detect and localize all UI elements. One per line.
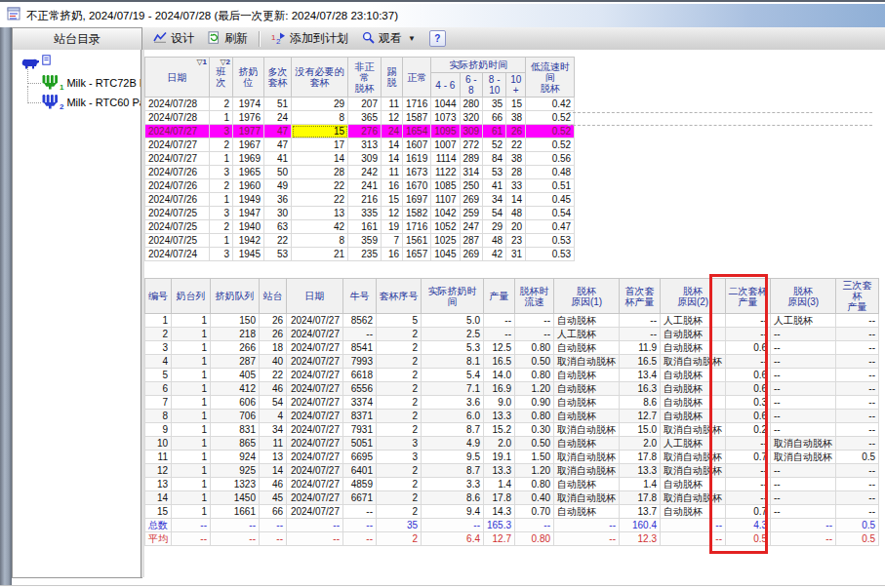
detail-cell[interactable]: 4	[145, 355, 172, 369]
summary-cell[interactable]: 16	[382, 179, 403, 193]
detail-cell[interactable]: 706	[211, 410, 260, 423]
summary-cell[interactable]: 47	[264, 138, 292, 152]
detail-cell[interactable]: --	[771, 369, 836, 382]
column-header[interactable]: 二次套杯 产量	[726, 279, 771, 314]
selected-cell[interactable]: 15	[292, 125, 348, 138]
summary-row[interactable]: 2024/07/27119694114309141619111428984380…	[145, 152, 575, 166]
detail-cell[interactable]: 160.4	[620, 519, 661, 532]
summary-cell[interactable]: 1	[210, 152, 233, 166]
detail-cell[interactable]: 17.8	[620, 451, 661, 464]
detail-cell[interactable]: 8.7	[422, 464, 484, 478]
summary-cell[interactable]: 34	[483, 193, 506, 207]
detail-cell[interactable]: 自动脱杯	[554, 396, 620, 410]
summary-cell[interactable]: 359	[348, 234, 382, 248]
summary-cell[interactable]: 1122	[431, 166, 460, 179]
detail-cell[interactable]: 14	[145, 491, 172, 505]
detail-cell[interactable]: 2	[377, 491, 422, 505]
detail-cell[interactable]: --	[836, 464, 879, 478]
detail-cell[interactable]: 2024/07/27	[287, 355, 343, 369]
summary-cell[interactable]: 22	[292, 193, 348, 207]
detail-cell[interactable]: --	[771, 328, 836, 341]
detail-cell[interactable]: 5	[377, 314, 422, 328]
detail-cell[interactable]: 218	[211, 328, 260, 341]
detail-cell[interactable]: 2.5	[422, 328, 484, 341]
summary-cell[interactable]: 1697	[403, 193, 431, 207]
summary-cell[interactable]: 54	[483, 207, 506, 220]
detail-cell[interactable]: 14.0	[484, 369, 515, 382]
detail-cell[interactable]: --	[554, 519, 620, 532]
summary-cell[interactable]: 1670	[403, 179, 431, 193]
detail-cell[interactable]: 0.80	[515, 532, 554, 546]
detail-cell[interactable]: 0.50	[515, 355, 554, 369]
summary-row[interactable]: 2024/07/24319455321235161657104526942310…	[145, 248, 575, 261]
summary-cell[interactable]: 1716	[403, 98, 431, 111]
summary-cell[interactable]: 3	[210, 166, 233, 179]
detail-cell[interactable]: 1661	[211, 505, 260, 519]
column-header[interactable]: ▽2班次	[210, 58, 233, 98]
detail-cell[interactable]: --	[515, 519, 554, 532]
detail-cell[interactable]: 0.90	[515, 396, 554, 410]
summary-cell[interactable]: 17	[292, 138, 348, 152]
summary-cell[interactable]: 1940	[233, 220, 264, 234]
detail-cell[interactable]: 2	[145, 328, 172, 341]
detail-cell[interactable]: 1	[172, 505, 211, 519]
summary-cell[interactable]: 84	[483, 152, 506, 166]
summary-cell[interactable]: 1085	[431, 179, 460, 193]
summary-cell[interactable]: 1976	[233, 111, 264, 125]
detail-cell[interactable]: 2024/07/27	[287, 410, 343, 423]
summary-cell[interactable]: 61	[483, 125, 506, 138]
detail-cell[interactable]: --	[771, 491, 836, 505]
summary-cell[interactable]: 280	[460, 98, 483, 111]
detail-cell[interactable]: 1	[172, 314, 211, 328]
summary-cell[interactable]: 15	[506, 98, 526, 111]
summary-cell[interactable]: 0.47	[526, 220, 575, 234]
detail-cell[interactable]: 取消自动脱杯	[554, 491, 620, 505]
detail-cell[interactable]: 8.6	[620, 396, 661, 410]
column-header[interactable]: 站台	[260, 279, 287, 314]
detail-cell[interactable]: --	[620, 314, 661, 328]
detail-cell[interactable]: 1.4	[484, 478, 515, 491]
column-header[interactable]: 非正常 脱杯	[348, 58, 382, 98]
summary-cell[interactable]: 0.54	[526, 207, 575, 220]
summary-row[interactable]: 2024/07/26119493622216151697110726934140…	[145, 193, 575, 207]
detail-cell[interactable]: --	[287, 532, 343, 546]
filter-funnel-icon[interactable]: ▽1	[196, 58, 207, 66]
detail-cell[interactable]: 35	[377, 519, 422, 532]
summary-cell[interactable]: 1073	[431, 111, 460, 125]
summary-cell[interactable]: 1	[210, 193, 233, 207]
column-subheader[interactable]: 4 - 6	[431, 73, 460, 98]
summary-cell[interactable]: 8	[292, 234, 348, 248]
summary-cell[interactable]: 1969	[233, 152, 264, 166]
detail-cell[interactable]: --	[836, 423, 879, 437]
detail-cell[interactable]: 7.1	[422, 382, 484, 396]
summary-cell[interactable]: 1	[210, 111, 233, 125]
design-button[interactable]: 设计	[146, 28, 201, 49]
detail-cell[interactable]: 5.3	[422, 341, 484, 355]
detail-cell[interactable]: 266	[211, 341, 260, 355]
summary-cell[interactable]: 0.42	[526, 98, 575, 111]
detail-row[interactable]: 51405222024/07/27661825.414.00.80自动脱杯13.…	[145, 369, 879, 382]
column-header[interactable]: 日期	[287, 279, 343, 314]
summary-cell[interactable]: 42	[483, 248, 506, 261]
summary-cell[interactable]: 42	[292, 220, 348, 234]
summary-cell[interactable]: 320	[460, 111, 483, 125]
detail-cell[interactable]: 3	[145, 341, 172, 355]
detail-cell[interactable]: 0.6	[726, 410, 771, 423]
detail-cell[interactable]: 0.5	[836, 532, 879, 546]
detail-cell[interactable]: 人工脱杯	[661, 314, 726, 328]
summary-cell[interactable]: 41	[264, 152, 292, 166]
help-button[interactable]: ?	[422, 28, 453, 49]
summary-cell[interactable]: 0.56	[526, 152, 575, 166]
detail-cell[interactable]: 2	[377, 396, 422, 410]
summary-cell[interactable]: 19	[382, 220, 403, 234]
detail-cell[interactable]: 606	[211, 396, 260, 410]
summary-cell[interactable]: 1965	[233, 166, 264, 179]
detail-cell[interactable]: 6.4	[422, 532, 484, 546]
summary-cell[interactable]: 1949	[233, 193, 264, 207]
detail-cell[interactable]: 8562	[343, 314, 377, 328]
detail-cell[interactable]: 14	[260, 464, 287, 478]
detail-cell[interactable]: --	[771, 355, 836, 369]
summary-cell[interactable]: 47	[264, 125, 292, 138]
summary-cell[interactable]: 0.45	[526, 193, 575, 207]
summary-cell[interactable]: 2024/07/25	[145, 207, 210, 220]
